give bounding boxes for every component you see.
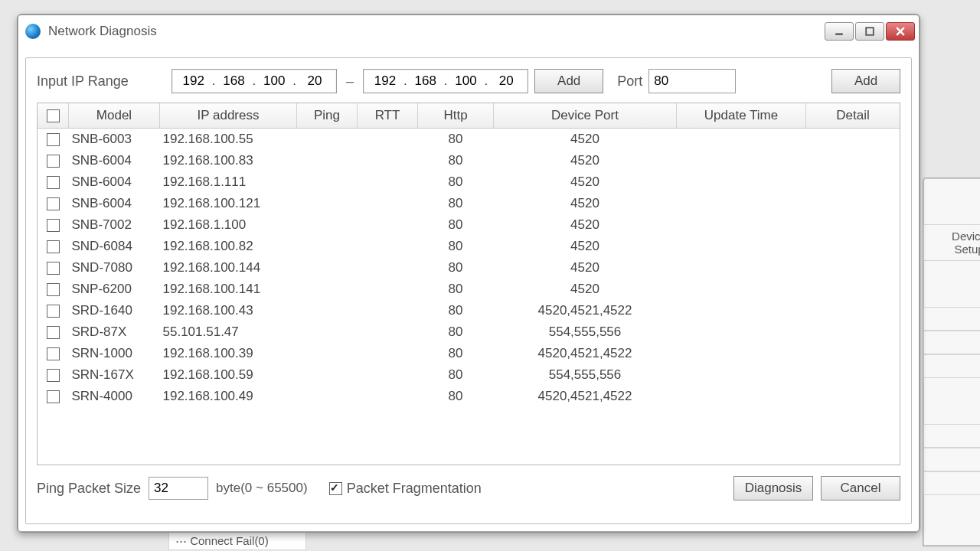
cell-ping xyxy=(297,300,358,321)
cell-detail xyxy=(806,193,900,214)
bg-setup-label: Setup xyxy=(954,243,980,256)
header-detail[interactable]: Detail xyxy=(806,103,900,129)
cell-model: SNB-6004 xyxy=(69,150,160,171)
cell-model: SRN-167X xyxy=(69,364,160,386)
header-model[interactable]: Model xyxy=(69,103,160,129)
cell-http: 80 xyxy=(418,343,494,364)
row-checkbox[interactable] xyxy=(47,262,60,275)
row-checkbox[interactable] xyxy=(47,390,60,403)
dialog-window: Network Diagnosis Input IP Range . . . –… xyxy=(17,14,920,533)
row-checkbox[interactable] xyxy=(47,326,60,339)
cell-http: 80 xyxy=(418,321,494,343)
cell-http: 80 xyxy=(418,300,494,321)
row-checkbox[interactable] xyxy=(47,155,60,168)
header-http[interactable]: Http xyxy=(418,103,494,129)
table-row[interactable]: SNB-6004192.168.100.83804520 xyxy=(38,150,900,171)
cell-detail xyxy=(806,321,900,343)
select-all-checkbox[interactable] xyxy=(47,109,60,122)
titlebar[interactable]: Network Diagnosis xyxy=(18,15,920,44)
cell-device-port: 554,555,556 xyxy=(494,321,677,343)
ip-start-field[interactable]: . . . xyxy=(172,69,337,93)
cell-ping xyxy=(297,257,358,279)
header-ip[interactable]: IP address xyxy=(160,103,297,129)
table-row[interactable]: SNB-6003192.168.100.55804520 xyxy=(38,129,900,151)
checkbox-icon[interactable] xyxy=(329,482,342,495)
table-row[interactable]: SRD-1640192.168.100.43804520,4521,4522 xyxy=(38,300,900,321)
table-row[interactable]: SRN-1000192.168.100.39804520,4521,4522 xyxy=(38,343,900,364)
bg-tree-item: Connect Fail(0) xyxy=(190,534,269,547)
table-row[interactable]: SNB-6004192.168.1.111804520 xyxy=(38,171,900,193)
cell-detail xyxy=(806,171,900,193)
cell-update-time xyxy=(677,257,806,279)
table-row[interactable]: SNB-7002192.168.1.100804520 xyxy=(38,214,900,236)
table-row[interactable]: SND-7080192.168.100.144804520 xyxy=(38,257,900,279)
cell-http: 80 xyxy=(418,279,494,300)
cell-rtt xyxy=(358,279,418,300)
cancel-button[interactable]: Cancel xyxy=(821,476,900,500)
cell-model: SNB-6003 xyxy=(69,129,160,151)
cell-ip: 55.101.51.47 xyxy=(160,321,297,343)
header-update-time[interactable]: Update Time xyxy=(677,103,806,129)
row-checkbox[interactable] xyxy=(47,219,60,232)
cell-ip: 192.168.100.49 xyxy=(160,386,297,407)
window-title: Network Diagnosis xyxy=(48,24,157,39)
row-checkbox[interactable] xyxy=(47,240,60,253)
cell-rtt xyxy=(358,321,418,343)
row-checkbox[interactable] xyxy=(47,176,60,189)
row-checkbox[interactable] xyxy=(47,283,60,296)
cell-http: 80 xyxy=(418,257,494,279)
cell-device-port: 4520 xyxy=(494,193,677,214)
cell-ping xyxy=(297,214,358,236)
ip-start-octet-2[interactable] xyxy=(217,73,251,90)
ip-end-octet-1[interactable] xyxy=(368,73,402,90)
table-row[interactable]: SRN-4000192.168.100.49804520,4521,4522 xyxy=(38,386,900,407)
cell-device-port: 4520 xyxy=(494,150,677,171)
cell-device-port: 4520 xyxy=(494,171,677,193)
packet-fragmentation-checkbox[interactable]: Packet Fragmentation xyxy=(329,481,482,497)
cell-ping xyxy=(297,236,358,257)
cell-model: SNB-7002 xyxy=(69,214,160,236)
cell-device-port: 554,555,556 xyxy=(494,364,677,386)
row-checkbox[interactable] xyxy=(47,369,60,382)
header-rtt[interactable]: RTT xyxy=(358,103,418,129)
maximize-button[interactable] xyxy=(855,22,884,41)
ip-end-octet-3[interactable] xyxy=(449,73,482,90)
table-row[interactable]: SRN-167X192.168.100.5980554,555,556 xyxy=(38,364,900,386)
cell-model: SNB-6004 xyxy=(69,193,160,214)
table-row[interactable]: SNB-6004192.168.100.121804520 xyxy=(38,193,900,214)
ip-start-octet-1[interactable] xyxy=(177,73,211,90)
ping-packet-size-input[interactable] xyxy=(149,477,208,500)
row-checkbox[interactable] xyxy=(47,347,60,360)
header-checkbox-cell[interactable] xyxy=(38,103,69,129)
ip-end-octet-4[interactable] xyxy=(489,73,523,90)
row-checkbox[interactable] xyxy=(47,197,60,210)
table-row[interactable]: SRD-87X55.101.51.4780554,555,556 xyxy=(38,321,900,343)
table-row[interactable]: SNP-6200192.168.100.141804520 xyxy=(38,279,900,300)
ip-end-field[interactable]: . . . xyxy=(363,69,528,93)
cell-rtt xyxy=(358,386,418,407)
close-button[interactable] xyxy=(886,22,915,41)
row-checkbox[interactable] xyxy=(47,305,60,318)
minimize-button[interactable] xyxy=(825,22,854,41)
cell-device-port: 4520,4521,4522 xyxy=(494,386,677,407)
add-ip-button[interactable]: Add xyxy=(534,69,603,93)
ip-end-octet-2[interactable] xyxy=(409,73,443,90)
diagnosis-button[interactable]: Diagnosis xyxy=(733,476,813,500)
cell-ip: 192.168.1.100 xyxy=(160,214,297,236)
ip-range-dash: – xyxy=(343,73,357,90)
ip-start-octet-4[interactable] xyxy=(298,73,332,90)
port-input[interactable] xyxy=(648,69,736,93)
cell-rtt xyxy=(358,364,418,386)
cell-ip: 192.168.100.141 xyxy=(160,279,297,300)
row-checkbox[interactable] xyxy=(47,133,60,146)
header-device-port[interactable]: Device Port xyxy=(494,103,677,129)
app-icon xyxy=(25,24,41,39)
cell-rtt xyxy=(358,171,418,193)
header-ping[interactable]: Ping xyxy=(297,103,358,129)
ip-start-octet-3[interactable] xyxy=(257,73,291,90)
cell-model: SND-7080 xyxy=(69,257,160,279)
cell-detail xyxy=(806,214,900,236)
table-row[interactable]: SND-6084192.168.100.82804520 xyxy=(38,236,900,257)
cell-device-port: 4520,4521,4522 xyxy=(494,300,677,321)
add-port-button[interactable]: Add xyxy=(831,69,900,93)
